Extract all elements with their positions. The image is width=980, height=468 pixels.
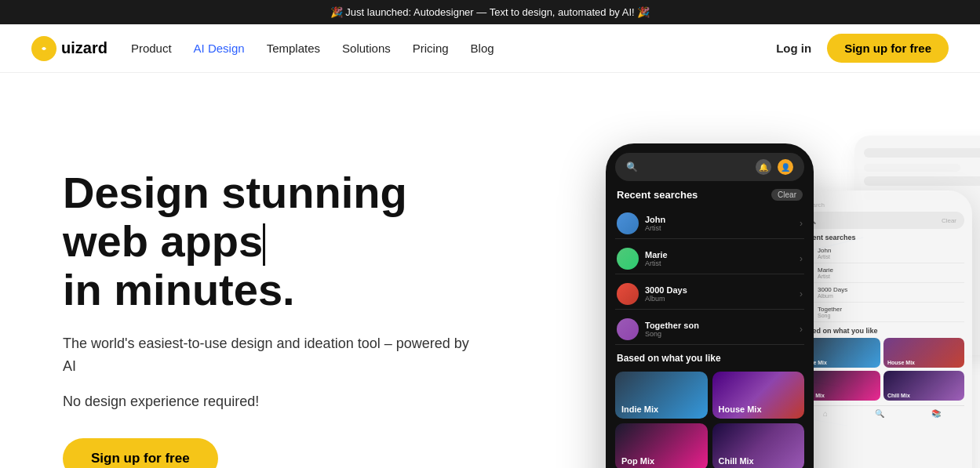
item-name-3: 3000 Days (645, 285, 793, 295)
pbg-item-1: JohnArtist (800, 244, 964, 263)
item-arrow-2: › (800, 253, 803, 264)
nav-solutions[interactable]: Solutions (342, 42, 391, 55)
based-title: Based on what you like (615, 350, 804, 367)
item-name-1: John (645, 215, 793, 224)
nav-right: Log in Sign up for free (776, 34, 949, 63)
item-avatar-4 (617, 318, 639, 340)
pbg-item-4: TogetherSong (800, 303, 964, 322)
pbg-recent-title: Recent searches (800, 234, 964, 241)
mix-house[interactable]: House Mix (712, 372, 805, 419)
item-name-4: Together son (645, 321, 793, 330)
hero-right: 4 Search 🔍 Clear Recent searches JohnArt… (471, 120, 949, 468)
hero-cta-button[interactable]: Sign up for free (63, 438, 218, 468)
item-avatar-3 (617, 283, 639, 305)
navbar: uizard Product AI Design Templates Solut… (0, 24, 980, 73)
recent-searches-title: Recent searches (617, 189, 698, 201)
item-sub-4: Song (645, 330, 793, 338)
mix-grid: Indie Mix House Mix Pop Mix Chill Mix (615, 372, 804, 468)
nav-links: Product AI Design Templates Solutions Pr… (131, 42, 776, 56)
pbg-searchbar: 🔍 Clear (800, 212, 964, 229)
search-item-3000days[interactable]: 3000 Days Album › (615, 279, 804, 310)
item-name-2: Marie (645, 250, 793, 259)
item-text-2: Marie Artist (645, 250, 793, 267)
item-arrow-4: › (800, 324, 803, 335)
item-avatar-2 (617, 248, 639, 270)
item-sub-1: Artist (645, 224, 793, 232)
pbg-mix-grid: Indie Mix House Mix Pop Mix Chill Mix (800, 338, 964, 401)
item-sub-3: Album (645, 295, 793, 303)
item-text-1: John Artist (645, 215, 793, 232)
phone-main: 🔍 🔔 👤 Recent searches Clear Jo (606, 143, 814, 468)
login-button[interactable]: Log in (776, 42, 811, 55)
pbg-mix-house: House Mix (883, 338, 964, 368)
logo[interactable]: uizard (31, 36, 107, 61)
hero-left: Design stunning web apps in minutes. The… (63, 169, 471, 468)
item-text-3: 3000 Days Album (645, 285, 793, 303)
banner-text: 🎉 Just launched: Autodesigner — Text to … (330, 6, 650, 18)
hero-subtitle: The world's easiest-to-use design and id… (63, 332, 471, 378)
recent-searches-header: Recent searches Clear (615, 186, 804, 204)
search-item-john[interactable]: John Artist › (615, 209, 804, 239)
logo-icon (31, 36, 56, 61)
item-sub-2: Artist (645, 259, 793, 267)
text-cursor (263, 223, 265, 266)
nav-product[interactable]: Product (131, 42, 172, 55)
phone-search-bar[interactable]: 🔍 🔔 👤 (615, 153, 804, 181)
signup-button-nav[interactable]: Sign up for free (827, 34, 949, 63)
nav-blog[interactable]: Blog (471, 42, 494, 55)
item-arrow-1: › (800, 218, 803, 229)
hero-section: Design stunning web apps in minutes. The… (0, 73, 980, 468)
hero-subtitle2: No design experience required! (63, 394, 471, 410)
top-banner: 🎉 Just launched: Autodesigner — Text to … (0, 0, 980, 24)
user-avatar: 👤 (778, 159, 793, 175)
search-icon: 🔍 (626, 161, 638, 172)
pbg-search-label: 4 Search (800, 201, 964, 209)
nav-pricing[interactable]: Pricing (413, 42, 449, 55)
item-text-4: Together son Song (645, 321, 793, 338)
mix-pop[interactable]: Pop Mix (615, 423, 708, 468)
phone-bg: 4 Search 🔍 Clear Recent searches JohnArt… (792, 190, 972, 468)
search-item-marie[interactable]: Marie Artist › (615, 244, 804, 274)
mix-chill[interactable]: Chill Mix (712, 423, 805, 468)
clear-button[interactable]: Clear (771, 189, 803, 201)
item-avatar-1 (617, 212, 639, 234)
item-arrow-3: › (800, 288, 803, 299)
pbg-item-2: MarieArtist (800, 263, 964, 283)
nav-ai-design[interactable]: AI Design (194, 42, 245, 55)
bell-icon: 🔔 (756, 159, 771, 175)
nav-templates[interactable]: Templates (267, 42, 320, 55)
search-item-together[interactable]: Together son Song › (615, 314, 804, 345)
logo-label: uizard (61, 39, 107, 57)
pbg-mix-chill: Chill Mix (883, 371, 964, 401)
pbg-item-3: 3000 DaysAlbum (800, 283, 964, 303)
hero-title: Design stunning web apps in minutes. (63, 169, 471, 314)
pbg-based-title: Based on what you like (800, 327, 964, 335)
mix-indie[interactable]: Indie Mix (615, 372, 708, 419)
